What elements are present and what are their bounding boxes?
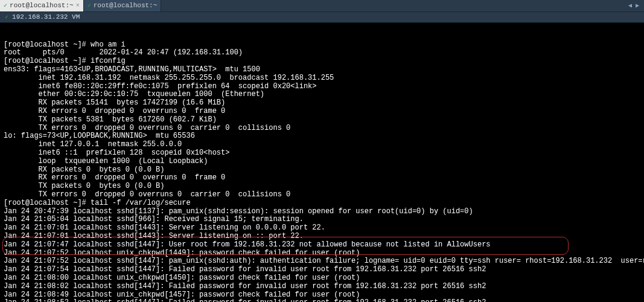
terminal-line: RX errors 0 dropped 0 overruns 0 frame 0	[4, 174, 640, 182]
terminal-line: TX packets 0 bytes 0 (0.0 B)	[4, 182, 640, 191]
terminal-line: inet6 fe80::20c:29ff:fe0c:1075 prefixlen…	[4, 83, 640, 91]
terminal-line: [root@localhost ~]# who am i	[4, 41, 640, 50]
terminal-line: Jan 24 21:08:00 localhost unix_chkpwd[14…	[4, 274, 640, 283]
terminal-line: Jan 24 21:07:01 localhost sshd[1443]: Se…	[4, 224, 640, 233]
terminal-line: Jan 24 21:08:02 localhost sshd[1447]: Fa…	[4, 283, 640, 291]
terminal-line: Jan 24 20:47:39 localhost sshd[1137]: pa…	[4, 208, 640, 216]
close-icon[interactable]: ×	[76, 2, 80, 10]
check-icon: ✓	[88, 2, 91, 10]
check-icon: ✓	[5, 14, 8, 21]
terminal-line: [root@localhost ~]# ifconfig	[4, 57, 640, 66]
terminal-line: Jan 24 21:07:52 localhost unix_chkpwd[14…	[4, 249, 640, 258]
tab-bar: ✓ root@localhost:~ × ✓ root@localhost:~ …	[0, 0, 644, 12]
terminal-line: TX errors 0 dropped 0 overruns 0 carrier…	[4, 124, 640, 133]
terminal-line: inet 192.168.31.192 netmask 255.255.255.…	[4, 74, 640, 83]
terminal-line: Jan 24 21:08:49 localhost unix_chkpwd[14…	[4, 291, 640, 300]
terminal-line: ens33: flags=4163<UP,BROADCAST,RUNNING,M…	[4, 66, 640, 74]
terminal-line: RX packets 15141 bytes 17427199 (16.6 Mi…	[4, 99, 640, 108]
terminal-line: root pts/0 2022-01-24 20:47 (192.168.31.…	[4, 49, 640, 57]
terminal-line: TX packets 5381 bytes 617260 (602.7 KiB)	[4, 116, 640, 124]
check-icon: ✓	[4, 2, 7, 10]
terminal-line: Jan 24 21:07:47 localhost sshd[1447]: Us…	[4, 241, 640, 249]
terminal-line: lo: flags=73<UP,LOOPBACK,RUNNING> mtu 65…	[4, 132, 640, 141]
nav-right-icon[interactable]: ▶	[636, 2, 639, 10]
terminal-line: Jan 24 21:05:04 localhost sshd[966]: Rec…	[4, 216, 640, 224]
terminal-line: Jan 24 21:07:54 localhost sshd[1447]: Fa…	[4, 266, 640, 274]
title-bar: ✓ 192.168.31.232 VM	[0, 12, 644, 23]
terminal-line: inet 127.0.0.1 netmask 255.0.0.0	[4, 141, 640, 149]
terminal-line: TX errors 0 dropped 0 overruns 0 carrier…	[4, 191, 640, 199]
nav-left-icon[interactable]: ◀	[628, 2, 632, 10]
tab-1[interactable]: ✓ root@localhost:~ ×	[0, 0, 84, 11]
terminal-line: inet6 ::1 prefixlen 128 scopeid 0x10<hos…	[4, 149, 640, 158]
tab-label: root@localhost:~	[10, 2, 74, 10]
terminal-line: Jan 24 21:07:52 localhost sshd[1447]: pa…	[4, 257, 640, 266]
session-title: 192.168.31.232 VM	[12, 13, 80, 21]
terminal-output[interactable]: [root@localhost ~]# who am iroot pts/0 2…	[0, 23, 644, 302]
terminal-line: [root@localhost ~]# tail -f /var/log/sec…	[4, 199, 640, 208]
tab-label: root@localhost:~	[94, 2, 158, 10]
terminal-line: ether 00:0c:29:0c:10:75 txqueuelen 1000 …	[4, 91, 640, 99]
terminal-line: Jan 24 21:08:52 localhost sshd[1447]: Fa…	[4, 299, 640, 302]
terminal-line: RX errors 0 dropped 0 overruns 0 frame 0	[4, 108, 640, 116]
tab-nav: ◀ ▶	[623, 0, 644, 11]
tab-2[interactable]: ✓ root@localhost:~	[84, 0, 162, 11]
terminal-line: RX packets 0 bytes 0 (0.0 B)	[4, 166, 640, 175]
terminal-line: loop txqueuelen 1000 (Local Loopback)	[4, 158, 640, 166]
terminal-line: Jan 24 21:07:01 localhost sshd[1443]: Se…	[4, 233, 640, 241]
